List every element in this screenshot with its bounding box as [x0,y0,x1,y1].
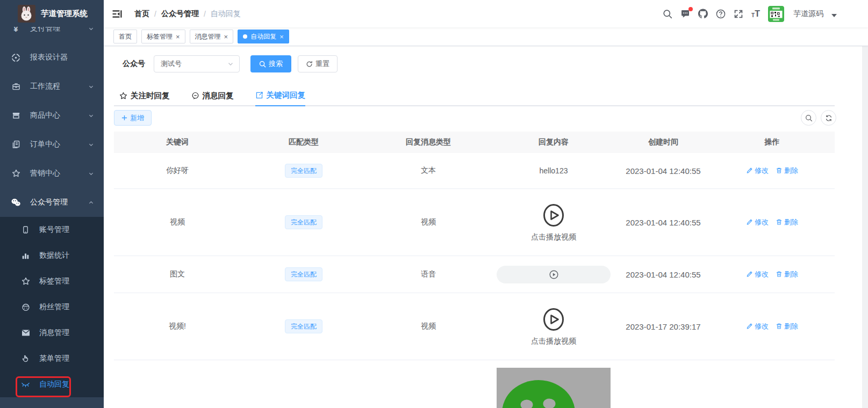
play-icon [541,307,566,332]
tab-follow-reply[interactable]: 关注时回复 [119,85,170,106]
delete-icon [776,323,783,330]
col-reply-content: 回复内容 [490,132,617,153]
delete-button[interactable]: 删除 [776,166,798,176]
tag-message-mgmt[interactable]: 消息管理 × [190,30,234,43]
sidebar-item-message-mgmt[interactable]: 消息管理 [0,320,104,346]
sidebar-item-account-mgmt[interactable]: 账号管理 [0,217,104,243]
sidebar-item-marketing-center[interactable]: 营销中心 [0,159,104,188]
sidebar-item-product-center[interactable]: 商品中心 [0,101,104,130]
video-player[interactable]: 点击播放视频 [491,203,616,242]
edit-button[interactable]: 修改 [746,269,769,279]
created-time-cell: 2023-01-04 12:40:55 [617,256,709,293]
audio-player[interactable] [497,266,611,283]
actions-cell [709,360,835,408]
account-select[interactable]: 测试号 [154,55,240,72]
sidebar-item-report-designer[interactable]: 报表设计器 [0,43,104,72]
fullscreen-icon[interactable] [734,9,743,19]
reply-image[interactable] [497,368,611,408]
video-hint: 点击播放视频 [531,232,576,242]
video-player[interactable]: 点击播放视频 [491,307,616,346]
actions-cell: 修改删除 [709,256,835,293]
reply-type-cell: 视频 [367,293,490,360]
table-search-toggle-button[interactable] [801,110,816,126]
sidebar: 芋道管理系统 ¥ 支付管理 报表设计器 工作流程 商品中心 订单中心 [0,0,104,408]
edit-icon [746,271,753,278]
delete-button[interactable]: 删除 [776,322,798,331]
keyword-reply-table: 关键词 匹配类型 回复消息类型 回复内容 创建时间 操作 你好呀完全匹配文本he… [114,132,835,408]
tag-home[interactable]: 首页 [113,30,137,43]
sidebar-submenu: 账号管理 数据统计 标签管理 粉丝管理 消息管理 菜单管理 [0,217,104,397]
created-time-cell [617,360,709,408]
account-label: 公众号 [123,59,145,69]
reply-content-cell: 点击播放视频 [490,189,617,256]
keyword-cell: 图文 [114,256,241,293]
app-title: 芋道管理系统 [41,9,88,19]
created-time-cell: 2023-01-17 20:39:17 [617,293,709,360]
sidebar-item-wechat-mgmt[interactable]: 公众号管理 [0,188,104,217]
hand-icon [21,354,30,363]
play-icon [541,203,566,228]
active-dot-icon [243,34,247,39]
sidebar-item-fans-mgmt[interactable]: 粉丝管理 [0,294,104,320]
delete-button[interactable]: 删除 [776,269,798,279]
phone-icon [21,225,30,235]
keyword-cell: 视频! [114,293,241,360]
reply-content-cell: 点击播放视频 [490,293,617,360]
sidebar-item-order-center[interactable]: 订单中心 [0,130,104,159]
app-logo[interactable]: 芋道管理系统 [0,0,104,27]
github-icon[interactable] [698,9,708,19]
star-icon [119,92,127,100]
font-size-icon[interactable]: TT [751,10,760,18]
filter-form: 公众号 测试号 搜索 重置 [123,55,338,72]
match-type-tag: 完全匹配 [285,267,322,281]
reply-type-cell [367,360,490,408]
close-icon[interactable]: × [224,33,228,40]
tag-tag-mgmt[interactable]: 标签管理 × [141,30,185,43]
guide-icon [255,91,263,99]
match-type-tag: 完全匹配 [285,215,322,229]
actions-cell: 修改删除 [709,189,835,256]
add-button[interactable]: 新增 [114,110,152,126]
reset-button[interactable]: 重置 [298,55,338,72]
match-type-cell: 完全匹配 [241,360,367,408]
close-icon[interactable]: × [279,33,284,40]
breadcrumb-home[interactable]: 首页 [134,9,149,19]
help-icon[interactable] [716,9,726,19]
sidebar-item-tag-mgmt[interactable]: 标签管理 [0,268,104,294]
breadcrumb-wechat-mgmt[interactable]: 公众号管理 [161,9,199,19]
sidebar-fold-icon[interactable] [112,9,123,19]
username[interactable]: 芋道源码 [793,9,823,19]
fans-icon [21,303,30,312]
scrollbar-gutter[interactable] [862,46,868,408]
search-button[interactable]: 搜索 [250,55,291,72]
chevron-down-icon [88,171,94,177]
sidebar-item-auto-reply[interactable]: 自动回复 [0,371,104,397]
table-body: 你好呀完全匹配文本hello1232023-01-04 12:40:55修改删除… [114,153,835,408]
tab-message-reply[interactable]: 消息回复 [191,85,234,106]
tag-auto-reply[interactable]: 自动回复 × [238,30,289,43]
delete-button[interactable]: 删除 [776,217,798,227]
plus-icon [121,115,127,121]
match-type-tag: 完全匹配 [285,164,322,178]
table-row: 视频完全匹配视频点击播放视频2023-01-04 12:40:55修改删除 [114,189,835,256]
edit-button[interactable]: 修改 [746,322,769,331]
sidebar-item-data-stats[interactable]: 数据统计 [0,243,104,268]
caret-down-icon[interactable] [831,14,837,17]
user-avatar[interactable] [768,6,784,22]
message-icon[interactable] [680,9,690,19]
chevron-down-icon [88,113,94,119]
notification-badge [688,7,693,11]
sidebar-item-menu-mgmt[interactable]: 菜单管理 [0,346,104,371]
sidebar-item-workflow[interactable]: 工作流程 [0,72,104,101]
edit-button[interactable]: 修改 [746,166,769,176]
match-type-cell: 完全匹配 [241,153,367,189]
tab-keyword-reply[interactable]: 关键词回复 [255,85,306,106]
search-icon[interactable] [663,9,672,19]
keyword-cell: 你好呀 [114,153,241,189]
close-icon[interactable]: × [176,33,180,40]
chevron-down-icon [88,84,94,90]
search-icon [259,61,266,68]
table-refresh-button[interactable] [821,110,836,126]
edit-button[interactable]: 修改 [746,217,769,227]
table-row: 你好呀完全匹配文本hello1232023-01-04 12:40:55修改删除 [114,153,835,189]
